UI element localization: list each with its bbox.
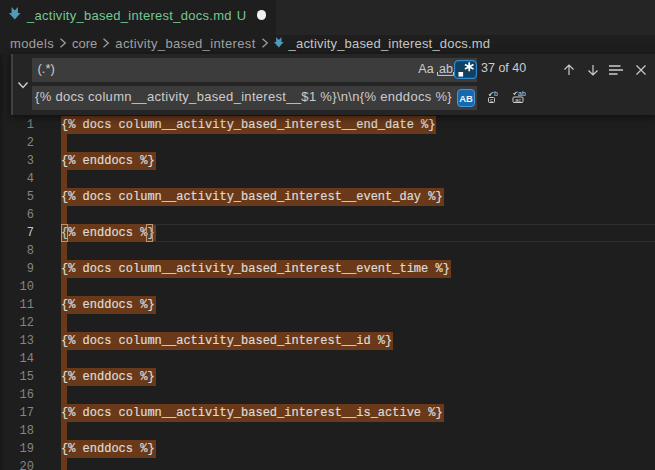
svg-text:ac: ac: [515, 97, 521, 103]
svg-text:c: c: [490, 97, 493, 103]
svg-text:ab: ab: [518, 90, 526, 97]
svg-text:b: b: [494, 90, 498, 97]
